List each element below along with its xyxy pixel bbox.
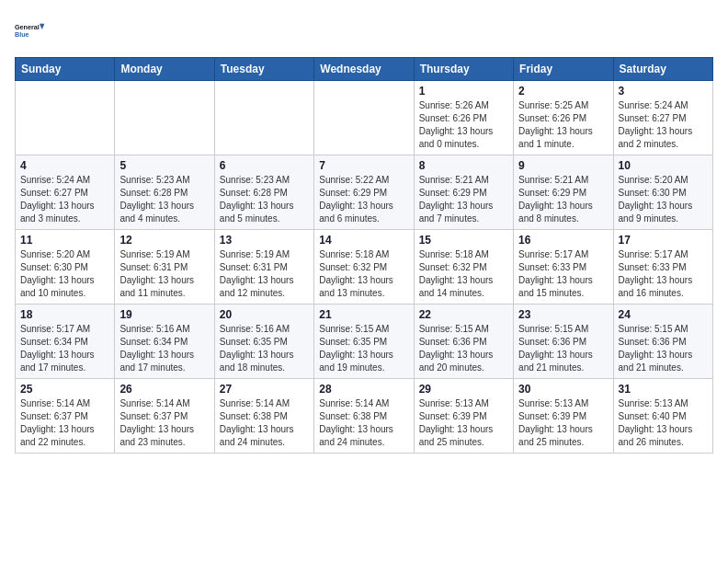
- day-number: 25: [20, 383, 109, 396]
- day-number: 11: [20, 234, 109, 247]
- day-number: 26: [119, 383, 209, 396]
- calendar-cell: 30Sunrise: 5:13 AM Sunset: 6:39 PM Dayli…: [514, 379, 613, 454]
- day-number: 18: [20, 308, 109, 321]
- day-info: Sunrise: 5:15 AM Sunset: 6:35 PM Dayligh…: [319, 323, 408, 374]
- logo: GeneralBlue: [15, 15, 48, 48]
- calendar-cell: 20Sunrise: 5:16 AM Sunset: 6:35 PM Dayli…: [214, 304, 313, 379]
- calendar-cell: 9Sunrise: 5:21 AM Sunset: 6:29 PM Daylig…: [514, 155, 613, 230]
- day-number: 1: [419, 85, 508, 98]
- day-number: 8: [419, 159, 508, 172]
- day-number: 13: [220, 234, 309, 247]
- day-info: Sunrise: 5:14 AM Sunset: 6:37 PM Dayligh…: [119, 397, 209, 449]
- calendar-cell: 10Sunrise: 5:20 AM Sunset: 6:30 PM Dayli…: [613, 155, 712, 230]
- day-info: Sunrise: 5:13 AM Sunset: 6:39 PM Dayligh…: [419, 397, 508, 449]
- day-info: Sunrise: 5:24 AM Sunset: 6:27 PM Dayligh…: [619, 99, 708, 151]
- day-number: 24: [619, 308, 708, 321]
- day-number: 5: [119, 159, 209, 172]
- calendar-cell: 3Sunrise: 5:24 AM Sunset: 6:27 PM Daylig…: [613, 81, 712, 155]
- day-info: Sunrise: 5:26 AM Sunset: 6:26 PM Dayligh…: [419, 99, 508, 151]
- calendar-week-row: 4Sunrise: 5:24 AM Sunset: 6:27 PM Daylig…: [16, 155, 713, 230]
- day-number: 4: [20, 159, 109, 172]
- day-info: Sunrise: 5:25 AM Sunset: 6:26 PM Dayligh…: [518, 99, 608, 151]
- day-info: Sunrise: 5:21 AM Sunset: 6:29 PM Dayligh…: [419, 174, 508, 225]
- day-info: Sunrise: 5:16 AM Sunset: 6:35 PM Dayligh…: [220, 323, 309, 374]
- calendar-cell: [314, 81, 414, 155]
- calendar-cell: 23Sunrise: 5:15 AM Sunset: 6:36 PM Dayli…: [514, 304, 613, 379]
- calendar-cell: 5Sunrise: 5:23 AM Sunset: 6:28 PM Daylig…: [115, 155, 214, 230]
- day-info: Sunrise: 5:23 AM Sunset: 6:28 PM Dayligh…: [220, 174, 309, 225]
- day-number: 27: [220, 383, 309, 396]
- calendar-cell: 1Sunrise: 5:26 AM Sunset: 6:26 PM Daylig…: [414, 81, 513, 155]
- day-info: Sunrise: 5:24 AM Sunset: 6:27 PM Dayligh…: [20, 174, 109, 225]
- day-info: Sunrise: 5:20 AM Sunset: 6:30 PM Dayligh…: [619, 174, 708, 225]
- calendar-cell: [214, 81, 313, 155]
- calendar-cell: 6Sunrise: 5:23 AM Sunset: 6:28 PM Daylig…: [214, 155, 313, 230]
- day-number: 12: [119, 234, 209, 247]
- calendar-cell: 7Sunrise: 5:22 AM Sunset: 6:29 PM Daylig…: [314, 155, 414, 230]
- col-header-thursday: Thursday: [414, 58, 513, 81]
- day-number: 3: [619, 85, 708, 98]
- calendar-cell: 16Sunrise: 5:17 AM Sunset: 6:33 PM Dayli…: [514, 230, 613, 304]
- calendar-cell: 13Sunrise: 5:19 AM Sunset: 6:31 PM Dayli…: [214, 230, 313, 304]
- day-info: Sunrise: 5:22 AM Sunset: 6:29 PM Dayligh…: [319, 174, 408, 225]
- day-info: Sunrise: 5:14 AM Sunset: 6:38 PM Dayligh…: [220, 397, 309, 449]
- col-header-sunday: Sunday: [16, 58, 115, 81]
- day-number: 17: [619, 234, 708, 247]
- calendar-cell: 28Sunrise: 5:14 AM Sunset: 6:38 PM Dayli…: [314, 379, 414, 454]
- day-number: 2: [518, 85, 608, 98]
- calendar-cell: 29Sunrise: 5:13 AM Sunset: 6:39 PM Dayli…: [414, 379, 513, 454]
- day-number: 29: [419, 383, 508, 396]
- calendar-cell: 11Sunrise: 5:20 AM Sunset: 6:30 PM Dayli…: [16, 230, 115, 304]
- day-info: Sunrise: 5:19 AM Sunset: 6:31 PM Dayligh…: [220, 248, 309, 300]
- day-info: Sunrise: 5:17 AM Sunset: 6:33 PM Dayligh…: [619, 248, 708, 300]
- calendar-cell: 2Sunrise: 5:25 AM Sunset: 6:26 PM Daylig…: [514, 81, 613, 155]
- day-number: 23: [518, 308, 608, 321]
- day-info: Sunrise: 5:21 AM Sunset: 6:29 PM Dayligh…: [518, 174, 608, 225]
- day-number: 15: [419, 234, 508, 247]
- day-info: Sunrise: 5:23 AM Sunset: 6:28 PM Dayligh…: [119, 174, 209, 225]
- calendar-cell: 21Sunrise: 5:15 AM Sunset: 6:35 PM Dayli…: [314, 304, 414, 379]
- calendar-table: SundayMondayTuesdayWednesdayThursdayFrid…: [15, 57, 713, 454]
- svg-text:Blue: Blue: [15, 30, 29, 39]
- calendar-week-row: 18Sunrise: 5:17 AM Sunset: 6:34 PM Dayli…: [16, 304, 713, 379]
- day-number: 16: [518, 234, 608, 247]
- col-header-wednesday: Wednesday: [314, 58, 414, 81]
- day-number: 14: [319, 234, 408, 247]
- day-number: 9: [518, 159, 608, 172]
- col-header-tuesday: Tuesday: [214, 58, 313, 81]
- calendar-cell: 18Sunrise: 5:17 AM Sunset: 6:34 PM Dayli…: [16, 304, 115, 379]
- logo-icon: GeneralBlue: [15, 15, 48, 48]
- calendar-cell: 4Sunrise: 5:24 AM Sunset: 6:27 PM Daylig…: [16, 155, 115, 230]
- day-number: 10: [619, 159, 708, 172]
- day-number: 19: [119, 308, 209, 321]
- calendar-cell: 24Sunrise: 5:15 AM Sunset: 6:36 PM Dayli…: [613, 304, 712, 379]
- calendar-cell: 15Sunrise: 5:18 AM Sunset: 6:32 PM Dayli…: [414, 230, 513, 304]
- calendar-cell: 19Sunrise: 5:16 AM Sunset: 6:34 PM Dayli…: [115, 304, 214, 379]
- day-info: Sunrise: 5:17 AM Sunset: 6:34 PM Dayligh…: [20, 323, 109, 374]
- day-info: Sunrise: 5:14 AM Sunset: 6:37 PM Dayligh…: [20, 397, 109, 449]
- calendar-cell: 17Sunrise: 5:17 AM Sunset: 6:33 PM Dayli…: [613, 230, 712, 304]
- page-header: GeneralBlue: [15, 15, 713, 48]
- day-info: Sunrise: 5:13 AM Sunset: 6:39 PM Dayligh…: [518, 397, 608, 449]
- day-info: Sunrise: 5:19 AM Sunset: 6:31 PM Dayligh…: [119, 248, 209, 300]
- calendar-cell: [115, 81, 214, 155]
- day-info: Sunrise: 5:20 AM Sunset: 6:30 PM Dayligh…: [20, 248, 109, 300]
- calendar-cell: 12Sunrise: 5:19 AM Sunset: 6:31 PM Dayli…: [115, 230, 214, 304]
- calendar-week-row: 25Sunrise: 5:14 AM Sunset: 6:37 PM Dayli…: [16, 379, 713, 454]
- day-number: 20: [220, 308, 309, 321]
- day-number: 7: [319, 159, 408, 172]
- svg-text:General: General: [15, 23, 40, 31]
- day-info: Sunrise: 5:18 AM Sunset: 6:32 PM Dayligh…: [419, 248, 508, 300]
- day-info: Sunrise: 5:16 AM Sunset: 6:34 PM Dayligh…: [119, 323, 209, 374]
- calendar-cell: [16, 81, 115, 155]
- day-info: Sunrise: 5:14 AM Sunset: 6:38 PM Dayligh…: [319, 397, 408, 449]
- calendar-cell: 14Sunrise: 5:18 AM Sunset: 6:32 PM Dayli…: [314, 230, 414, 304]
- day-info: Sunrise: 5:15 AM Sunset: 6:36 PM Dayligh…: [619, 323, 708, 374]
- calendar-week-row: 11Sunrise: 5:20 AM Sunset: 6:30 PM Dayli…: [16, 230, 713, 304]
- svg-marker-2: [40, 24, 44, 29]
- calendar-cell: 22Sunrise: 5:15 AM Sunset: 6:36 PM Dayli…: [414, 304, 513, 379]
- day-number: 21: [319, 308, 408, 321]
- day-info: Sunrise: 5:17 AM Sunset: 6:33 PM Dayligh…: [518, 248, 608, 300]
- calendar-cell: 25Sunrise: 5:14 AM Sunset: 6:37 PM Dayli…: [16, 379, 115, 454]
- day-number: 22: [419, 308, 508, 321]
